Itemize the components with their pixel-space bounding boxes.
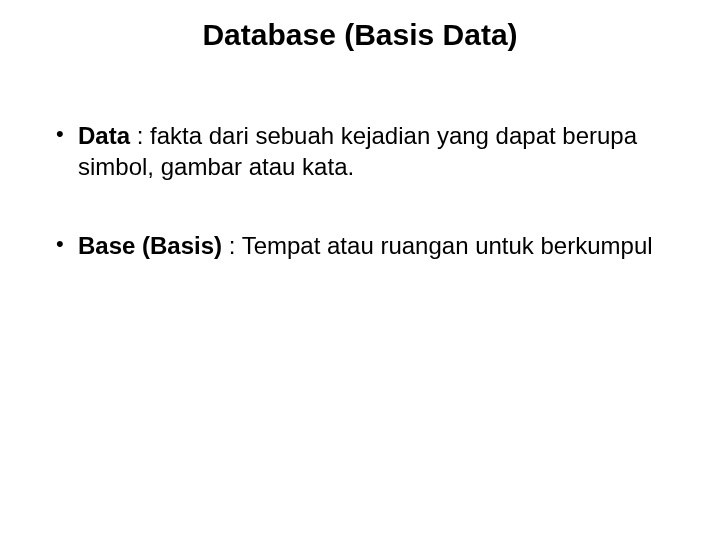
list-item: Data : fakta dari sebuah kejadian yang d… <box>50 120 670 182</box>
term-text: Data <box>78 122 130 149</box>
slide-container: Database (Basis Data) Data : fakta dari … <box>0 0 720 540</box>
list-item: Base (Basis) : Tempat atau ruangan untuk… <box>50 230 670 261</box>
definition-text: : Tempat atau ruangan untuk berkumpul <box>222 232 653 259</box>
slide-title: Database (Basis Data) <box>50 18 670 52</box>
definition-text: : fakta dari sebuah kejadian yang dapat … <box>78 122 637 180</box>
bullet-list: Data : fakta dari sebuah kejadian yang d… <box>50 120 670 262</box>
term-text: Base (Basis) <box>78 232 222 259</box>
